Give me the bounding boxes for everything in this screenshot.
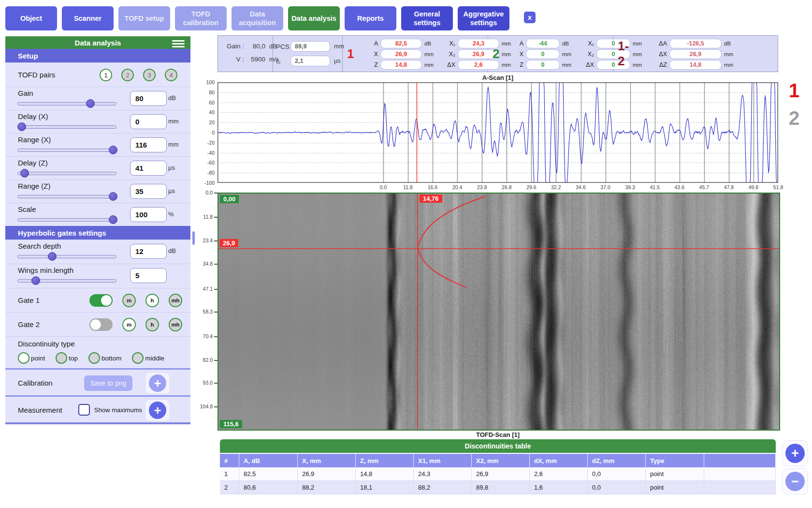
- discontinuity-option-top[interactable]: top: [56, 352, 78, 364]
- slider-track-search-depth[interactable]: [17, 255, 116, 258]
- slider-knob-gain[interactable]: [86, 99, 95, 108]
- slider-track-delay-x[interactable]: [17, 125, 116, 129]
- measure-field-name: A: [512, 40, 523, 47]
- slider-value-delay-x[interactable]: [130, 114, 167, 129]
- gate-gate-2-mode-h-button[interactable]: h: [145, 318, 159, 331]
- slider-knob-wings-min-length[interactable]: [31, 276, 40, 285]
- measurement-label: Measurement: [18, 406, 62, 414]
- sidebar-scrollbar-thumb[interactable]: [192, 231, 195, 245]
- group-indicator-2[interactable]: 2: [789, 107, 799, 129]
- pcs-input[interactable]: [290, 41, 330, 52]
- discontinuity-option-bottom[interactable]: bottom: [88, 352, 121, 364]
- slider-knob-search-depth[interactable]: [48, 252, 57, 261]
- slider-value-wings-min-length[interactable]: [130, 268, 167, 283]
- zoom-out-button[interactable]: −: [785, 472, 805, 491]
- slider-value-range-x[interactable]: [130, 137, 167, 152]
- table-cell: 80,6: [239, 481, 298, 494]
- show-maximums-checkbox[interactable]: [78, 404, 90, 416]
- menu-icon[interactable]: [172, 39, 185, 49]
- nav-tab-aggregative-settings[interactable]: Aggregative settings: [458, 6, 509, 30]
- hyperbola-cursor: [418, 196, 485, 287]
- measure-field: ΔX0mm: [582, 60, 642, 70]
- slider-knob-delay-z[interactable]: [20, 169, 29, 178]
- slider-track-scale[interactable]: [17, 218, 116, 222]
- slider-track-range-x[interactable]: [17, 149, 116, 152]
- save-to-png-button[interactable]: Save to png: [84, 375, 132, 391]
- measurement-add-button[interactable]: +: [149, 402, 166, 419]
- tofd-pair-radio-2[interactable]: 2: [121, 69, 134, 81]
- slider-knob-delay-x[interactable]: [17, 122, 26, 131]
- measure-field-value: -44: [526, 39, 560, 48]
- measure-group-label-1: 1: [347, 36, 354, 72]
- gate-gate-1-mode-mh-button[interactable]: mh: [169, 294, 182, 307]
- slider-knob-scale[interactable]: [109, 215, 117, 224]
- pcs-unit: mm: [334, 43, 344, 50]
- tofd-pair-radio-1[interactable]: 1: [100, 69, 112, 81]
- slider-track-gain[interactable]: [17, 102, 116, 105]
- group-indicator-1[interactable]: 1: [789, 80, 799, 102]
- ascan-ytick: -20: [199, 140, 215, 146]
- slider-value-search-depth[interactable]: [130, 244, 167, 259]
- slider-value-gain[interactable]: [130, 91, 167, 106]
- gate-gate-1-mode-m-button[interactable]: m: [122, 294, 136, 307]
- tofd-pair-radio-3[interactable]: 3: [143, 69, 156, 81]
- slider-track-wings-min-length[interactable]: [17, 279, 116, 283]
- slider-track-range-z[interactable]: [17, 195, 116, 198]
- measure-field-value: 0: [526, 60, 560, 70]
- gate-toggle-gate-1[interactable]: [89, 294, 113, 307]
- nav-bar: ObjectScannerTOFD setupTOFD calibrationD…: [5, 6, 509, 30]
- slider-value-range-z[interactable]: [130, 184, 167, 199]
- slider-knob-range-x[interactable]: [109, 146, 117, 154]
- discontinuity-radio-bottom[interactable]: [88, 352, 100, 364]
- t0-input[interactable]: [290, 56, 330, 66]
- table-cell: 89,8: [472, 481, 530, 494]
- gate-gate-1-mode-h-button[interactable]: h: [145, 294, 159, 307]
- measure-group-2-col2: X₁0mmX₂0mmΔX0mm: [582, 39, 642, 71]
- zoom-in-button[interactable]: +: [785, 444, 805, 463]
- tofd-ytick: 0.0: [197, 190, 213, 195]
- nav-tab-general-settings[interactable]: General settings: [401, 6, 453, 30]
- measure-field-unit: mm: [424, 62, 434, 68]
- slider-label-gain: Gain: [18, 89, 33, 97]
- slider-unit-search-depth: dB: [168, 247, 184, 254]
- slider-value-delay-z[interactable]: [130, 161, 167, 176]
- discontinuity-radio-top[interactable]: [56, 352, 67, 364]
- slider-knob-range-z[interactable]: [109, 192, 117, 201]
- nav-tab-reports[interactable]: Reports: [345, 6, 396, 30]
- slider-value-scale[interactable]: [130, 207, 167, 222]
- ascan-xtick: 41.5: [645, 184, 665, 190]
- calibration-row: Calibration Save to png +: [5, 368, 190, 395]
- gate-label-gate-2: Gate 2: [18, 320, 40, 329]
- table-header-cell: [704, 454, 776, 467]
- discontinuity-option-middle[interactable]: middle: [132, 352, 164, 364]
- measure-field-value: 26,9: [380, 49, 422, 59]
- nav-tab-object[interactable]: Object: [5, 6, 57, 30]
- gate-gate-2-mode-mh-button[interactable]: mh: [169, 318, 182, 331]
- measure-field: ΔX2,6mm: [444, 60, 511, 70]
- slider-unit-delay-x: mm: [168, 118, 184, 125]
- measure-field-value: 14,8: [380, 60, 422, 70]
- discontinuity-radio-point[interactable]: [18, 352, 29, 364]
- slider-label-scale: Scale: [18, 205, 36, 213]
- gate-gate-2-mode-m-button[interactable]: m: [122, 318, 136, 331]
- discontinuity-radio-middle[interactable]: [132, 352, 144, 364]
- calibration-add-button[interactable]: +: [149, 374, 166, 392]
- gate-toggle-gate-2[interactable]: [89, 318, 113, 331]
- table-header-cell: #: [220, 454, 239, 467]
- toggle-knob: [101, 295, 112, 306]
- discontinuity-option-point[interactable]: point: [18, 352, 45, 364]
- close-button[interactable]: x: [524, 12, 536, 23]
- slider-row-scale: Scale%: [5, 203, 190, 226]
- tofd-pair-radio-4[interactable]: 4: [165, 69, 177, 81]
- table-row[interactable]: 280,688,218,188,289,81,60,0point: [220, 481, 776, 494]
- slider-row-gain: GaindB: [5, 87, 190, 110]
- slider-track-delay-z[interactable]: [17, 172, 116, 175]
- ascan-xtick: 49.8: [744, 184, 763, 190]
- nav-tab-scanner[interactable]: Scanner: [62, 6, 114, 30]
- measure-field-value: 26,9: [669, 49, 722, 59]
- velocity-readout-value: 5900: [247, 56, 265, 63]
- ascan-plot[interactable]: [218, 82, 778, 183]
- table-row[interactable]: 182,526,914,824,326,92,60,0point: [220, 467, 776, 481]
- nav-tab-data-analysis[interactable]: Data analysis: [288, 6, 340, 30]
- tofd-tick-mark: [214, 240, 218, 241]
